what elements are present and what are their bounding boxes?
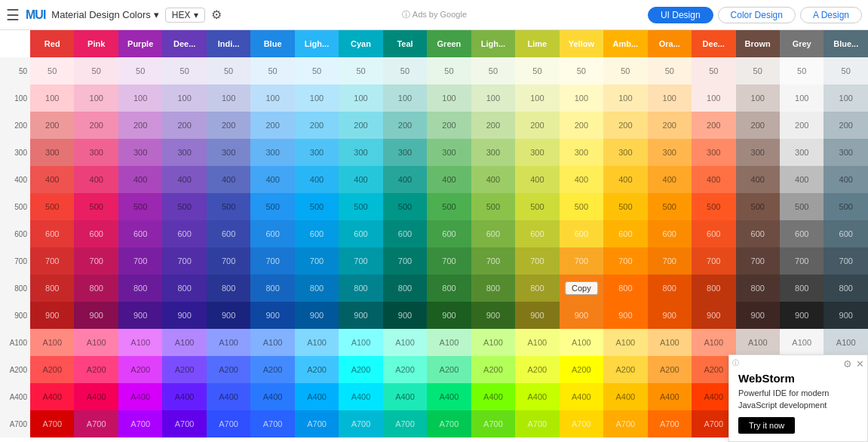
color-cell[interactable]: 100 (162, 84, 206, 112)
color-cell[interactable]: 200 (250, 112, 294, 139)
color-cell[interactable]: 500 (515, 193, 559, 220)
color-cell[interactable]: A400 (118, 383, 162, 410)
color-cell[interactable]: A200 (339, 356, 382, 383)
color-cell[interactable]: 600 (339, 220, 382, 247)
color-cell[interactable]: A200 (74, 356, 118, 383)
color-cell[interactable]: 50 (250, 57, 294, 84)
color-cell[interactable]: 900 (339, 302, 382, 329)
color-cell[interactable]: A100 (515, 329, 559, 356)
color-cell[interactable]: 300 (30, 139, 74, 166)
color-cell[interactable]: 800 (692, 275, 735, 302)
color-cell[interactable]: A100 (74, 329, 118, 356)
color-cell[interactable]: A200 (427, 356, 471, 383)
color-cell[interactable]: 300 (603, 139, 647, 166)
color-cell[interactable]: 900 (736, 302, 780, 329)
color-cell[interactable]: 300 (780, 139, 824, 166)
color-cell[interactable]: 600 (207, 220, 250, 247)
color-cell[interactable]: 600 (736, 220, 780, 247)
color-cell[interactable]: 600 (295, 220, 339, 247)
color-cell[interactable]: 100 (250, 84, 294, 112)
color-cell[interactable]: 400 (427, 166, 471, 193)
color-cell[interactable]: 50 (603, 57, 647, 84)
color-cell[interactable]: 200 (162, 112, 206, 139)
color-cell[interactable]: 600 (824, 220, 868, 247)
color-cell[interactable]: 200 (692, 112, 735, 139)
color-cell[interactable]: A100 (250, 329, 294, 356)
color-cell[interactable]: A700 (603, 410, 647, 437)
color-cell[interactable]: 100 (339, 84, 382, 112)
color-cell[interactable]: 700 (692, 247, 735, 275)
color-cell[interactable]: 600 (471, 220, 515, 247)
color-cell[interactable]: 700 (736, 247, 780, 275)
color-cell[interactable]: 700 (162, 247, 206, 275)
color-cell[interactable]: 300 (250, 139, 294, 166)
color-cell[interactable]: A700 (515, 410, 559, 437)
color-cell[interactable]: A400 (339, 383, 382, 410)
color-cell[interactable]: 500 (648, 193, 692, 220)
color-cell[interactable]: A700 (383, 410, 427, 437)
color-cell[interactable]: 700 (603, 247, 647, 275)
color-cell[interactable]: 300 (560, 139, 603, 166)
color-cell[interactable]: 100 (560, 84, 603, 112)
color-cell[interactable]: 900 (383, 302, 427, 329)
color-cell[interactable]: 400 (560, 166, 603, 193)
color-cell[interactable]: 200 (648, 112, 692, 139)
color-cell[interactable]: 300 (824, 139, 868, 166)
color-cell[interactable]: 800Copy (560, 275, 603, 302)
color-cell[interactable]: A100 (648, 329, 692, 356)
color-cell[interactable]: 400 (780, 166, 824, 193)
color-cell[interactable]: 200 (339, 112, 382, 139)
color-cell[interactable]: A100 (207, 329, 250, 356)
color-cell[interactable]: 500 (118, 193, 162, 220)
color-cell[interactable]: 400 (118, 166, 162, 193)
color-cell[interactable]: 300 (648, 139, 692, 166)
color-cell[interactable]: 800 (383, 275, 427, 302)
color-cell[interactable]: 50 (648, 57, 692, 84)
color-cell[interactable]: 700 (30, 247, 74, 275)
color-cell[interactable]: A100 (736, 329, 780, 356)
ad-settings-icon[interactable]: ⚙ (843, 358, 852, 370)
color-cell[interactable]: 100 (207, 84, 250, 112)
color-cell[interactable]: 700 (295, 247, 339, 275)
color-cell[interactable]: 900 (207, 302, 250, 329)
ad-close-icon[interactable]: ✕ (856, 358, 864, 370)
color-cell[interactable]: A400 (162, 383, 206, 410)
color-cell[interactable]: 300 (74, 139, 118, 166)
format-dropdown[interactable]: HEX ▾ (165, 8, 205, 23)
color-cell[interactable]: 300 (162, 139, 206, 166)
color-cell[interactable]: 500 (471, 193, 515, 220)
color-cell[interactable]: 500 (162, 193, 206, 220)
color-cell[interactable]: 400 (692, 166, 735, 193)
color-cell[interactable]: 50 (780, 57, 824, 84)
color-cell[interactable]: 100 (824, 84, 868, 112)
color-cell[interactable]: A400 (427, 383, 471, 410)
color-cell[interactable]: A200 (118, 356, 162, 383)
color-cell[interactable]: 700 (560, 247, 603, 275)
ad-try-button[interactable]: Try it now (738, 417, 795, 434)
color-cell[interactable]: 900 (118, 302, 162, 329)
color-cell[interactable]: 700 (780, 247, 824, 275)
color-cell[interactable]: 600 (74, 220, 118, 247)
color-cell[interactable]: 600 (118, 220, 162, 247)
color-cell[interactable]: 400 (162, 166, 206, 193)
color-cell[interactable]: A200 (162, 356, 206, 383)
color-cell[interactable]: 200 (295, 112, 339, 139)
color-cell[interactable]: 300 (383, 139, 427, 166)
color-cell[interactable]: A400 (74, 383, 118, 410)
color-cell[interactable]: A100 (471, 329, 515, 356)
color-cell[interactable]: 700 (383, 247, 427, 275)
color-cell[interactable]: 900 (515, 302, 559, 329)
color-cell[interactable]: 50 (427, 57, 471, 84)
color-cell[interactable]: 400 (250, 166, 294, 193)
color-cell[interactable]: 400 (74, 166, 118, 193)
color-cell[interactable]: 50 (74, 57, 118, 84)
color-cell[interactable]: 600 (515, 220, 559, 247)
color-cell[interactable]: A200 (603, 356, 647, 383)
color-cell[interactable]: A700 (295, 410, 339, 437)
nav-tab-a-design[interactable]: A Design (800, 7, 862, 23)
color-cell[interactable]: 700 (250, 247, 294, 275)
color-cell[interactable]: 300 (207, 139, 250, 166)
color-cell[interactable]: A200 (295, 356, 339, 383)
color-cell[interactable]: 800 (603, 275, 647, 302)
color-cell[interactable]: 300 (118, 139, 162, 166)
